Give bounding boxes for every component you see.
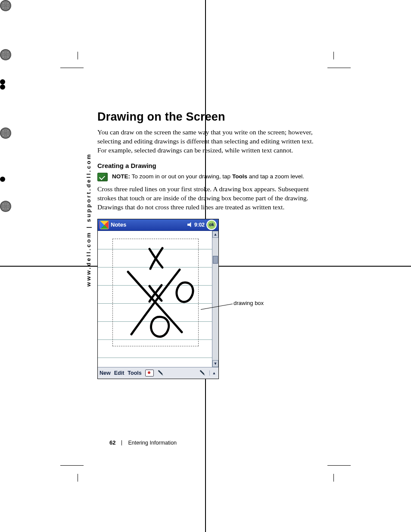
start-flag-icon[interactable] xyxy=(100,221,109,229)
clock-time: 9:02 xyxy=(194,222,205,228)
footer-separator xyxy=(121,440,122,445)
note-canvas-area: ▲ ▼ xyxy=(98,231,218,367)
screenshot-figure: Notes 9:02 ok xyxy=(97,219,278,383)
registration-cross-icon xyxy=(0,182,19,201)
crop-line xyxy=(333,52,334,59)
note-bold: Tools xyxy=(232,173,247,180)
crop-line xyxy=(78,52,78,59)
registration-ball-icon xyxy=(0,0,11,11)
content-column: Drawing on the Screen You can draw on th… xyxy=(97,110,317,383)
registration-cross-icon xyxy=(0,109,19,128)
registration-dot-icon xyxy=(0,177,5,182)
note-check-icon xyxy=(97,173,108,181)
crop-line xyxy=(333,474,334,482)
pen-icon[interactable] xyxy=(156,368,165,378)
input-panel-up-icon[interactable]: ▲ xyxy=(209,370,217,376)
registration-cross-icon xyxy=(0,139,19,158)
registration-ball-icon xyxy=(0,49,11,60)
side-url: www.dell.com | support.dell.com xyxy=(85,153,92,286)
manual-page: www.dell.com | support.dell.com Drawing … xyxy=(0,0,411,532)
keyboard-pen-icon[interactable] xyxy=(198,368,208,378)
registration-cross-icon xyxy=(0,158,19,177)
vertical-scrollbar[interactable]: ▲ ▼ xyxy=(212,231,218,367)
note-text: NOTE: To zoom in or out on your drawing,… xyxy=(112,173,304,180)
registration-dot-icon xyxy=(0,79,5,84)
scroll-up-button[interactable]: ▲ xyxy=(212,231,218,238)
pda-device: Notes 9:02 ok xyxy=(97,219,219,379)
crop-line xyxy=(78,474,78,482)
ruled-canvas[interactable] xyxy=(98,231,212,367)
registration-cross-icon xyxy=(0,212,19,231)
menu-edit[interactable]: Edit xyxy=(114,370,125,376)
registration-cross-icon xyxy=(0,60,19,79)
page-footer: 62 Entering Information xyxy=(109,439,177,446)
registration-dot-icon xyxy=(0,84,5,90)
menubar: New Edit Tools ▲ xyxy=(98,367,218,379)
speaker-icon[interactable] xyxy=(187,222,193,227)
registration-cross-icon xyxy=(0,11,19,30)
crop-line xyxy=(60,68,84,68)
scroll-down-button[interactable]: ▼ xyxy=(212,360,218,367)
registration-cross-icon xyxy=(0,90,19,109)
note-label: NOTE: xyxy=(112,173,130,180)
section-name: Entering Information xyxy=(128,440,177,446)
crop-line xyxy=(327,68,351,68)
crop-line xyxy=(327,465,351,466)
body-paragraph: Cross three ruled lines on your first st… xyxy=(97,185,317,212)
app-title: Notes xyxy=(111,221,186,228)
ok-button[interactable]: ok xyxy=(206,220,217,230)
callout-label: drawing box xyxy=(234,300,264,306)
crop-line xyxy=(60,465,84,466)
page-title: Drawing on the Screen xyxy=(97,110,317,124)
status-area: 9:02 xyxy=(187,222,205,228)
scroll-thumb[interactable] xyxy=(213,256,218,264)
intro-paragraph: You can draw on the screen the same way … xyxy=(97,128,317,155)
record-icon[interactable] xyxy=(145,370,154,376)
drawing-selection-box[interactable] xyxy=(112,239,199,346)
section-heading: Creating a Drawing xyxy=(97,162,317,169)
titlebar: Notes 9:02 ok xyxy=(98,219,218,231)
note-part2: and tap a zoom level. xyxy=(247,173,304,180)
note-block: NOTE: To zoom in or out on your drawing,… xyxy=(97,173,317,181)
menu-new[interactable]: New xyxy=(100,370,111,376)
page-number: 62 xyxy=(109,439,115,446)
registration-cross-icon xyxy=(0,30,19,49)
registration-ball-icon xyxy=(0,201,11,212)
menu-tools[interactable]: Tools xyxy=(128,370,141,376)
registration-ball-icon xyxy=(0,128,11,139)
note-part1: To zoom in or out on your drawing, tap xyxy=(130,173,232,180)
